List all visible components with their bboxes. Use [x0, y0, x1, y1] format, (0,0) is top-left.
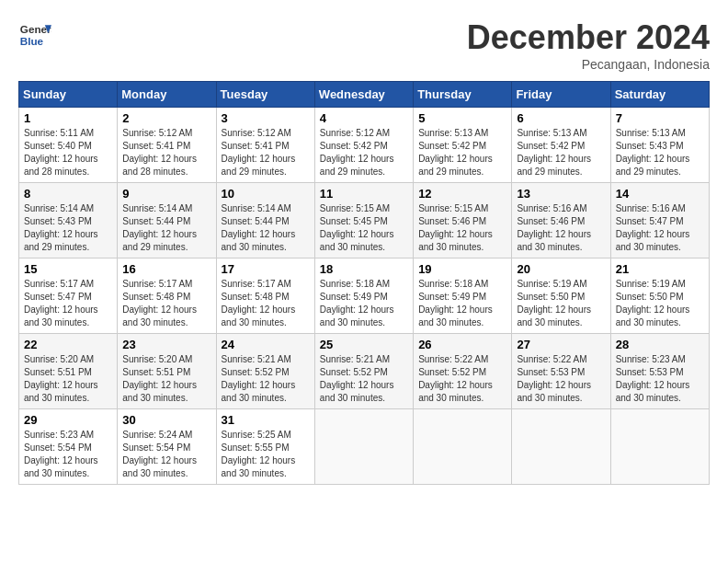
day-info: Sunrise: 5:22 AM Sunset: 5:52 PM Dayligh…: [418, 353, 506, 405]
day-info: Sunrise: 5:18 AM Sunset: 5:49 PM Dayligh…: [320, 278, 408, 329]
day-info: Sunrise: 5:14 AM Sunset: 5:44 PM Dayligh…: [122, 202, 210, 254]
day-info: Sunrise: 5:19 AM Sunset: 5:50 PM Dayligh…: [517, 278, 605, 329]
calendar-cell: 30Sunrise: 5:24 AM Sunset: 5:54 PM Dayli…: [118, 409, 216, 485]
day-info: Sunrise: 5:20 AM Sunset: 5:51 PM Dayligh…: [24, 353, 112, 405]
header: General Blue December 2024 Pecangaan, In…: [18, 18, 710, 72]
logo: General Blue: [18, 18, 51, 52]
calendar-cell: 17Sunrise: 5:17 AM Sunset: 5:48 PM Dayli…: [216, 259, 314, 334]
day-info: Sunrise: 5:12 AM Sunset: 5:41 PM Dayligh…: [222, 127, 310, 178]
calendar-cell: 20Sunrise: 5:19 AM Sunset: 5:50 PM Dayli…: [512, 259, 610, 334]
day-info: Sunrise: 5:14 AM Sunset: 5:44 PM Dayligh…: [222, 202, 310, 254]
day-number: 12: [418, 187, 506, 201]
calendar-cell: 4Sunrise: 5:12 AM Sunset: 5:42 PM Daylig…: [314, 108, 413, 183]
day-number: 4: [320, 111, 408, 125]
day-info: Sunrise: 5:21 AM Sunset: 5:52 PM Dayligh…: [222, 353, 310, 405]
day-number: 22: [24, 338, 112, 351]
day-number: 2: [122, 111, 210, 125]
day-info: Sunrise: 5:11 AM Sunset: 5:40 PM Dayligh…: [24, 127, 112, 178]
day-number: 14: [616, 187, 704, 201]
weekday-header-thursday: Thursday: [414, 82, 512, 108]
day-number: 21: [616, 262, 704, 276]
week-row-1: 1Sunrise: 5:11 AM Sunset: 5:40 PM Daylig…: [19, 108, 710, 183]
day-number: 28: [616, 338, 704, 351]
calendar-cell: 8Sunrise: 5:14 AM Sunset: 5:43 PM Daylig…: [19, 183, 118, 259]
calendar-cell: 13Sunrise: 5:16 AM Sunset: 5:46 PM Dayli…: [512, 183, 610, 259]
calendar-cell: 11Sunrise: 5:15 AM Sunset: 5:45 PM Dayli…: [314, 183, 413, 259]
week-row-5: 29Sunrise: 5:23 AM Sunset: 5:54 PM Dayli…: [19, 409, 710, 485]
calendar-cell: 16Sunrise: 5:17 AM Sunset: 5:48 PM Dayli…: [118, 259, 216, 334]
day-info: Sunrise: 5:17 AM Sunset: 5:47 PM Dayligh…: [24, 278, 112, 329]
day-number: 17: [222, 262, 310, 276]
day-info: Sunrise: 5:17 AM Sunset: 5:48 PM Dayligh…: [222, 278, 310, 329]
day-number: 7: [616, 111, 704, 125]
day-number: 26: [418, 338, 506, 351]
day-number: 5: [418, 111, 506, 125]
calendar-cell: [512, 409, 610, 485]
month-title: December 2024: [467, 18, 710, 57]
weekday-header-monday: Monday: [118, 82, 216, 108]
week-row-2: 8Sunrise: 5:14 AM Sunset: 5:43 PM Daylig…: [19, 183, 710, 259]
day-number: 10: [222, 187, 310, 201]
calendar-cell: 28Sunrise: 5:23 AM Sunset: 5:53 PM Dayli…: [610, 334, 709, 409]
day-info: Sunrise: 5:21 AM Sunset: 5:52 PM Dayligh…: [320, 353, 408, 405]
weekday-header-wednesday: Wednesday: [314, 82, 413, 108]
day-number: 9: [122, 187, 210, 201]
day-number: 11: [320, 187, 408, 201]
week-row-4: 22Sunrise: 5:20 AM Sunset: 5:51 PM Dayli…: [19, 334, 710, 409]
weekday-header-tuesday: Tuesday: [216, 82, 314, 108]
day-number: 24: [222, 338, 310, 351]
logo-icon: General Blue: [18, 18, 51, 52]
calendar-cell: [314, 409, 413, 485]
calendar-cell: 7Sunrise: 5:13 AM Sunset: 5:43 PM Daylig…: [610, 108, 709, 183]
day-info: Sunrise: 5:15 AM Sunset: 5:45 PM Dayligh…: [320, 202, 408, 254]
calendar-cell: 25Sunrise: 5:21 AM Sunset: 5:52 PM Dayli…: [314, 334, 413, 409]
day-info: Sunrise: 5:12 AM Sunset: 5:42 PM Dayligh…: [320, 127, 408, 178]
day-number: 20: [517, 262, 605, 276]
calendar-cell: 6Sunrise: 5:13 AM Sunset: 5:42 PM Daylig…: [512, 108, 610, 183]
week-row-3: 15Sunrise: 5:17 AM Sunset: 5:47 PM Dayli…: [19, 259, 710, 334]
day-number: 30: [122, 413, 210, 427]
day-number: 1: [24, 111, 112, 125]
location-title: Pecangaan, Indonesia: [467, 57, 710, 72]
day-info: Sunrise: 5:23 AM Sunset: 5:53 PM Dayligh…: [616, 353, 704, 405]
day-number: 3: [222, 111, 310, 125]
svg-text:Blue: Blue: [20, 35, 44, 47]
calendar-cell: 9Sunrise: 5:14 AM Sunset: 5:44 PM Daylig…: [118, 183, 216, 259]
calendar-cell: 5Sunrise: 5:13 AM Sunset: 5:42 PM Daylig…: [414, 108, 512, 183]
day-info: Sunrise: 5:17 AM Sunset: 5:48 PM Dayligh…: [122, 278, 210, 329]
calendar-cell: 14Sunrise: 5:16 AM Sunset: 5:47 PM Dayli…: [610, 183, 709, 259]
calendar-cell: 2Sunrise: 5:12 AM Sunset: 5:41 PM Daylig…: [118, 108, 216, 183]
day-info: Sunrise: 5:25 AM Sunset: 5:55 PM Dayligh…: [222, 429, 310, 480]
calendar-cell: 27Sunrise: 5:22 AM Sunset: 5:53 PM Dayli…: [512, 334, 610, 409]
calendar-cell: 19Sunrise: 5:18 AM Sunset: 5:49 PM Dayli…: [414, 259, 512, 334]
day-info: Sunrise: 5:23 AM Sunset: 5:54 PM Dayligh…: [24, 429, 112, 480]
day-info: Sunrise: 5:18 AM Sunset: 5:49 PM Dayligh…: [418, 278, 506, 329]
weekday-header-friday: Friday: [512, 82, 610, 108]
day-info: Sunrise: 5:16 AM Sunset: 5:46 PM Dayligh…: [517, 202, 605, 254]
weekday-header-sunday: Sunday: [19, 82, 118, 108]
day-info: Sunrise: 5:22 AM Sunset: 5:53 PM Dayligh…: [517, 353, 605, 405]
day-number: 13: [517, 187, 605, 201]
calendar-table: SundayMondayTuesdayWednesdayThursdayFrid…: [18, 81, 710, 485]
day-number: 29: [24, 413, 112, 427]
calendar-cell: 15Sunrise: 5:17 AM Sunset: 5:47 PM Dayli…: [19, 259, 118, 334]
calendar-cell: 26Sunrise: 5:22 AM Sunset: 5:52 PM Dayli…: [414, 334, 512, 409]
day-number: 18: [320, 262, 408, 276]
day-info: Sunrise: 5:16 AM Sunset: 5:47 PM Dayligh…: [616, 202, 704, 254]
calendar-cell: 29Sunrise: 5:23 AM Sunset: 5:54 PM Dayli…: [19, 409, 118, 485]
day-number: 16: [122, 262, 210, 276]
day-number: 27: [517, 338, 605, 351]
calendar-cell: 12Sunrise: 5:15 AM Sunset: 5:46 PM Dayli…: [414, 183, 512, 259]
day-info: Sunrise: 5:24 AM Sunset: 5:54 PM Dayligh…: [122, 429, 210, 480]
title-area: December 2024 Pecangaan, Indonesia: [467, 18, 710, 72]
day-info: Sunrise: 5:13 AM Sunset: 5:43 PM Dayligh…: [616, 127, 704, 178]
day-number: 31: [222, 413, 310, 427]
calendar-cell: 1Sunrise: 5:11 AM Sunset: 5:40 PM Daylig…: [19, 108, 118, 183]
day-number: 25: [320, 338, 408, 351]
weekday-header-row: SundayMondayTuesdayWednesdayThursdayFrid…: [19, 82, 710, 108]
day-number: 23: [122, 338, 210, 351]
day-number: 15: [24, 262, 112, 276]
calendar-cell: [414, 409, 512, 485]
day-info: Sunrise: 5:15 AM Sunset: 5:46 PM Dayligh…: [418, 202, 506, 254]
calendar-cell: 23Sunrise: 5:20 AM Sunset: 5:51 PM Dayli…: [118, 334, 216, 409]
